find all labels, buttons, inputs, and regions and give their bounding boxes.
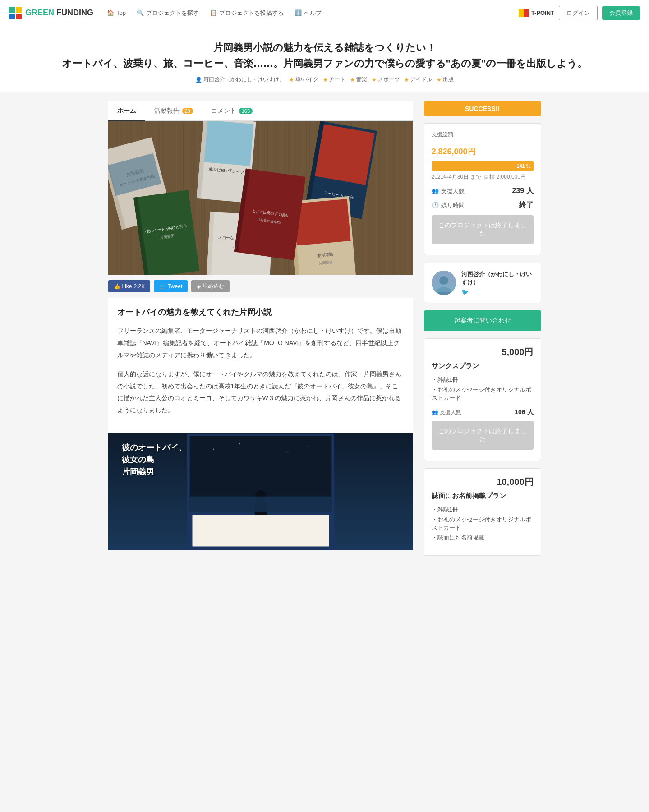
star-icon-4: ★ xyxy=(372,77,377,83)
organizer-twitter[interactable]: 🐦 xyxy=(461,288,534,295)
home-icon: 🏠 xyxy=(107,9,114,16)
stat-supporters: 👥 支援人数 239 人 xyxy=(432,186,534,196)
nav-post[interactable]: 📋 プロジェクトを投稿する xyxy=(210,9,284,17)
page-title: 片岡義男小説の魅力を伝える雑誌をつくりたい！ オートバイ、波乗り、旅、コーヒー、… xyxy=(9,40,640,71)
tag-sports[interactable]: ★ スポーツ xyxy=(372,76,400,83)
tag-art[interactable]: ★ アート xyxy=(323,76,345,83)
success-badge: SUCCESS!! xyxy=(424,102,541,116)
svg-rect-1 xyxy=(16,7,22,13)
logo[interactable]: GREEN FUNDING xyxy=(9,7,93,19)
help-icon: ℹ️ xyxy=(295,9,302,16)
star-icon-6: ★ xyxy=(437,77,442,83)
book-collage: 片岡義男 オートバイ彼女の島 幸せは白いTシャツ xyxy=(108,121,413,275)
stat-timeleft: 🕐 残り時間 終了 xyxy=(432,200,534,210)
organizer-name: 河西啓介（かわにし・けいすけ） xyxy=(461,270,534,286)
tab-comments[interactable]: コメント 165 xyxy=(202,102,262,121)
embed-button[interactable]: ◈ 埋め込む xyxy=(191,280,230,292)
article-section: オートバイの魅力を教えてくれた片岡小説 フリーランスの編集者、モータージャーナリ… xyxy=(108,298,413,432)
star-icon-2: ★ xyxy=(323,77,328,83)
progress-bar: 141 % xyxy=(432,161,534,171)
svg-point-51 xyxy=(286,451,287,452)
second-image-caption: 彼のオートバイ、彼女の島片岡義男 xyxy=(122,442,187,478)
plan-1-supporters-icon: 👥 支援人数 xyxy=(432,409,461,416)
plan-1-item-0: 雑誌1冊 xyxy=(432,375,534,385)
content-left: ホーム 活動報告 20 コメント 165 xyxy=(108,102,413,556)
tabs: ホーム 活動報告 20 コメント 165 xyxy=(108,102,413,121)
svg-point-52 xyxy=(307,446,308,447)
tpoint-icon xyxy=(519,9,529,17)
login-button[interactable]: ログイン xyxy=(559,6,598,20)
logo-icon xyxy=(9,7,22,19)
book-collage-svg: 片岡義男 オートバイ彼女の島 幸せは白いTシャツ xyxy=(108,121,413,275)
tag-idol[interactable]: ★ アイドル xyxy=(404,76,432,83)
like-button[interactable]: 👍 Like 2.2K xyxy=(108,280,151,292)
svg-rect-57 xyxy=(434,284,454,292)
plan-1-item-1: お礼のメッセージ付きオリジナルポストカード xyxy=(432,385,534,403)
svg-rect-53 xyxy=(192,515,329,546)
plan-1-items: 雑誌1冊 お礼のメッセージ付きオリジナルポストカード xyxy=(432,375,534,403)
plan-card-1: 5,000円 サンクスプラン 雑誌1冊 お礼のメッセージ付きオリジナルポストカー… xyxy=(424,338,541,461)
star-icon-3: ★ xyxy=(350,77,355,83)
svg-rect-0 xyxy=(9,7,15,13)
people-icon: 👥 xyxy=(432,188,439,194)
support-meta: 2021年4月30日 まで 目標 2,000,000円 xyxy=(432,173,534,181)
supporters-label: 👥 支援人数 xyxy=(432,187,465,195)
comments-badge: 165 xyxy=(239,108,253,114)
second-project-image: 彼のオートバイ、彼女の島片岡義男 xyxy=(108,433,413,550)
tag-music[interactable]: ★ 音楽 xyxy=(350,76,367,83)
support-card: 支援総額 2,826,000円 141 % 2021年4月30日 まで 目標 2… xyxy=(424,123,541,255)
svg-rect-3 xyxy=(9,14,15,19)
svg-rect-41 xyxy=(108,121,413,275)
plan-1-price: 5,000円 xyxy=(432,346,534,358)
embed-icon: ◈ xyxy=(197,283,201,290)
contact-button[interactable]: 起案者に問い合わせ xyxy=(424,310,541,331)
plan-2-price: 10,000円 xyxy=(432,476,534,488)
tab-activity[interactable]: 活動報告 20 xyxy=(145,102,202,121)
search-icon: 🔍 xyxy=(137,9,144,16)
svg-rect-48 xyxy=(189,496,331,512)
register-button[interactable]: 会員登録 xyxy=(602,6,640,20)
organizer-avatar xyxy=(432,271,456,295)
support-stats: 👥 支援人数 239 人 🕐 残り時間 終了 xyxy=(432,186,534,210)
nav-help[interactable]: ℹ️ ヘルプ xyxy=(295,9,322,17)
person-icon: 👤 xyxy=(195,77,202,83)
tag-car[interactable]: ★ 車/バイク xyxy=(289,76,318,83)
main-project-image: 片岡義男 オートバイ彼女の島 幸せは白いTシャツ xyxy=(108,121,413,275)
tag-publish[interactable]: ★ 出版 xyxy=(437,76,454,83)
timeleft-value: 終了 xyxy=(519,200,534,210)
plan-1-ended-button[interactable]: このプロジェクトは終了しました xyxy=(432,421,534,450)
nav-top[interactable]: 🏠 Top xyxy=(107,9,126,16)
ended-button-main[interactable]: このプロジェクトは終了しました xyxy=(432,215,534,244)
avatar-image xyxy=(432,271,456,295)
article-para2: 個人的な話になりますが、僕にオートバイやクルマの魅力を教えてくれたのは、作家・片… xyxy=(117,368,404,416)
tab-home[interactable]: ホーム xyxy=(108,102,145,121)
plan-2-items: 雑誌1冊 お礼のメッセージ付きオリジナルポストカード 誌面にお名前掲載 xyxy=(432,505,534,543)
progress-bar-fill: 141 % xyxy=(432,161,534,171)
main-container: ホーム 活動報告 20 コメント 165 xyxy=(99,92,550,565)
plan-1-stat: 👥 支援人数 106 人 xyxy=(432,408,534,416)
article-para1: フリーランスの編集者、モータージャーナリストの河西啓介（かわにし・けいすけ）です… xyxy=(117,325,404,361)
plan-2-item-1: お礼のメッセージ付きオリジナルポストカード xyxy=(432,515,534,533)
svg-point-49 xyxy=(212,448,213,449)
twitter-icon: 🐦 xyxy=(159,283,166,290)
plan-card-2: 10,000円 誌面にお名前掲載プラン 雑誌1冊 お礼のメッセージ付きオリジナル… xyxy=(424,468,541,556)
activity-badge: 20 xyxy=(182,108,193,114)
tpoint: T-POINT xyxy=(519,9,554,17)
right-panel: SUCCESS!! 支援総額 2,826,000円 141 % 2021年4月3… xyxy=(424,102,541,556)
organizer-card: 河西啓介（かわにし・けいすけ） 🐦 xyxy=(424,263,541,303)
page-tags: 👤 河西啓介（かわにし・けいすけ） ★ 車/バイク ★ アート ★ 音楽 ★ ス… xyxy=(9,76,640,83)
svg-point-50 xyxy=(239,443,240,444)
post-icon: 📋 xyxy=(210,9,217,16)
plan-2-item-0: 雑誌1冊 xyxy=(432,505,534,515)
nav-search[interactable]: 🔍 プロジェクトを探す xyxy=(137,9,199,17)
star-icon-1: ★ xyxy=(289,77,294,83)
tweet-button[interactable]: 🐦 Tweet xyxy=(154,280,188,292)
timeleft-label: 🕐 残り時間 xyxy=(432,201,465,209)
support-label: 支援総額 xyxy=(432,131,534,138)
article-heading: オートバイの魅力を教えてくれた片岡小説 xyxy=(117,307,404,318)
logo-text: GREEN FUNDING xyxy=(25,8,93,18)
plan-2-name: 誌面にお名前掲載プラン xyxy=(432,492,534,500)
organizer-info: 河西啓介（かわにし・けいすけ） 🐦 xyxy=(461,270,534,295)
header-right: T-POINT ログイン 会員登録 xyxy=(519,6,640,20)
star-icon-5: ★ xyxy=(404,77,409,83)
